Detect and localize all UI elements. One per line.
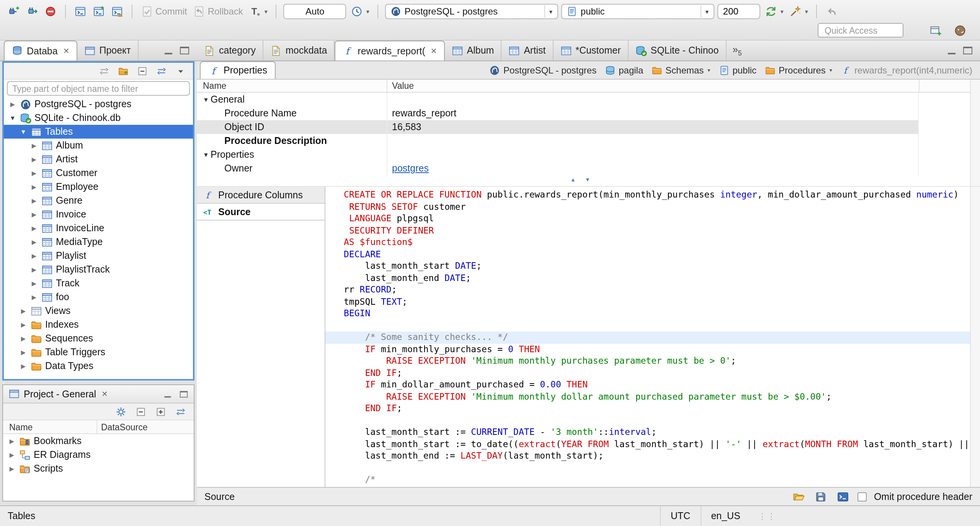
commit-mode-combo[interactable]: Auto [284, 4, 346, 19]
tree-item-tables[interactable]: ▼Tables [4, 125, 193, 139]
tree-item-playlisttrack[interactable]: ▶PlaylistTrack [4, 263, 193, 276]
sql-editor-button[interactable] [73, 5, 88, 18]
properties-scrollbar[interactable] [970, 80, 980, 186]
property-row-object-id[interactable]: Object ID16,583 [197, 120, 918, 134]
transaction-mode-button[interactable]: T▾ [248, 5, 269, 18]
expand-twisty-icon[interactable]: ▶ [19, 349, 28, 356]
tree-item-indexes[interactable]: ▶Indexes [4, 318, 193, 332]
tree-item-views[interactable]: ▶Views [4, 304, 193, 318]
collapse-twisty-icon[interactable]: ▼ [8, 114, 17, 121]
tree-item-employee[interactable]: ▶Employee [4, 180, 193, 194]
property-row-procedure-description[interactable]: Procedure Description [197, 134, 918, 148]
sync-connection-button[interactable] [97, 65, 111, 77]
property-row-procedure-name[interactable]: Procedure Namerewards_report [197, 106, 918, 120]
source-editor[interactable]: CREATE OR REPLACE FUNCTION public.reward… [325, 187, 980, 487]
dbeaver-perspective-button[interactable] [952, 23, 968, 37]
property-row-properties[interactable]: ▼Properties [197, 148, 918, 162]
tree-item-invoiceline[interactable]: ▶InvoiceLine [4, 221, 193, 235]
tree-item-data-types[interactable]: ▶Data Types [4, 359, 193, 373]
omit-procedure-header-checkbox[interactable] [858, 492, 867, 501]
quick-access-input[interactable] [818, 23, 903, 38]
new-sql-editor-button[interactable] [91, 5, 106, 18]
commit-button[interactable]: Commit [139, 5, 189, 18]
tree-item-artist[interactable]: ▶Artist [4, 152, 193, 166]
minimize-button[interactable] [947, 47, 956, 54]
expand-splitter-icon[interactable]: ▲ [570, 177, 576, 182]
editor-tab-mockdata[interactable]: mockdata [263, 41, 335, 60]
property-row-owner[interactable]: Ownerpostgres [197, 162, 918, 175]
tree-item-customer[interactable]: ▶Customer [4, 166, 193, 180]
tree-item-mediatype[interactable]: ▶MediaType [4, 235, 193, 249]
project-item-er-diagrams[interactable]: ▶ER Diagrams [3, 448, 194, 462]
close-icon[interactable]: ✕ [63, 47, 70, 55]
source-scrollbar[interactable] [970, 187, 980, 487]
open-sql-script-button[interactable] [109, 5, 125, 18]
maximize-button[interactable] [180, 47, 189, 54]
project-item-scripts[interactable]: ▶Scripts [3, 462, 194, 475]
connect-button[interactable] [24, 5, 40, 18]
expand-twisty-icon[interactable]: ▶ [30, 156, 38, 163]
undo-button[interactable] [824, 5, 840, 18]
maximize-button[interactable] [180, 391, 188, 397]
expand-twisty-icon[interactable]: ▶ [19, 335, 28, 342]
link-with-editor-button[interactable] [155, 65, 168, 77]
expand-twisty-icon[interactable]: ▶ [30, 142, 38, 149]
expand-all-button[interactable] [154, 405, 168, 418]
expand-twisty-icon[interactable]: ▶ [30, 294, 38, 301]
expand-twisty-icon[interactable]: ▶ [8, 438, 16, 444]
new-folder-button[interactable] [116, 65, 130, 77]
breadcrumb-item-schemas[interactable]: Schemas▾ [652, 65, 710, 75]
editor-tab-artist[interactable]: Artist [501, 41, 553, 60]
collapse-twisty-icon[interactable]: ▼ [203, 151, 211, 158]
maximize-button[interactable] [963, 47, 972, 54]
load-from-file-button[interactable] [791, 490, 807, 503]
collapse-all-button[interactable] [136, 65, 149, 77]
collapse-twisty-icon[interactable]: ▼ [203, 96, 211, 103]
tree-item-track[interactable]: ▶Track [4, 276, 193, 290]
property-value[interactable]: postgres [392, 163, 429, 174]
expand-twisty-icon[interactable]: ▶ [8, 451, 16, 458]
collapse-twisty-icon[interactable]: ▼ [19, 128, 28, 135]
breadcrumb-item-pagila[interactable]: pagila [605, 65, 643, 75]
editor-tab-album[interactable]: Album [445, 41, 502, 60]
tree-item-sqlite-chinook-db[interactable]: ▼SQLite - Chinook.db [4, 111, 193, 125]
subtab-source[interactable]: <TSource [197, 204, 325, 221]
editor-tab-customer[interactable]: *Customer [553, 41, 628, 60]
editor-tab-sqlite-chinoo[interactable]: SQLite - Chinoo [629, 41, 727, 60]
auto-refresh-button[interactable]: ▾ [764, 5, 785, 18]
expand-twisty-icon[interactable]: ▶ [19, 363, 28, 369]
persist-button[interactable] [836, 490, 851, 503]
open-perspective-button[interactable] [928, 23, 943, 37]
close-icon[interactable]: ✕ [101, 390, 108, 398]
collapse-splitter-icon[interactable]: ▼ [585, 177, 590, 182]
tree-item-playlist[interactable]: ▶Playlist [4, 249, 193, 263]
tab-properties[interactable]: f Properties [200, 61, 276, 79]
breadcrumb-item-rewards-report-int4-numeric[interactable]: frewards_report(int4,numeric) [841, 65, 972, 75]
disconnect-button[interactable] [43, 5, 58, 18]
expand-twisty-icon[interactable]: ▶ [19, 307, 28, 314]
expand-twisty-icon[interactable]: ▶ [30, 183, 38, 190]
expand-twisty-icon[interactable]: ▶ [30, 197, 38, 204]
tree-item-table-triggers[interactable]: ▶Table Triggers [4, 345, 193, 359]
expand-twisty-icon[interactable]: ▶ [8, 101, 17, 108]
column-header-value[interactable]: Value [387, 80, 919, 92]
subtab-procedure-columns[interactable]: fProcedure Columns [197, 187, 325, 204]
expand-twisty-icon[interactable]: ▶ [19, 321, 28, 328]
expand-twisty-icon[interactable]: ▶ [30, 211, 38, 218]
new-connection-button[interactable] [6, 5, 21, 18]
tab-overflow-button[interactable]: »5 [732, 44, 742, 57]
panel-tab-проект[interactable]: Проект [77, 41, 138, 60]
property-row-general[interactable]: ▼General [197, 93, 918, 106]
breadcrumb-item-postgresql-postgres[interactable]: PostgreSQL - postgres [490, 65, 596, 75]
transaction-log-button[interactable]: ▾ [350, 5, 371, 18]
timezone-indicator[interactable]: UTC [660, 506, 700, 526]
rollback-button[interactable]: Rollback [192, 5, 245, 18]
object-filter-input[interactable] [7, 81, 190, 96]
tree-item-album[interactable]: ▶Album [4, 139, 193, 152]
breadcrumb-item-procedures[interactable]: Procedures▾ [765, 65, 832, 75]
tree-item-genre[interactable]: ▶Genre [4, 194, 193, 207]
project-settings-button[interactable] [114, 405, 128, 418]
expand-twisty-icon[interactable]: ▶ [30, 280, 38, 287]
column-header-datasource[interactable]: DataSource [96, 420, 194, 433]
locale-indicator[interactable]: en_US [700, 506, 750, 526]
